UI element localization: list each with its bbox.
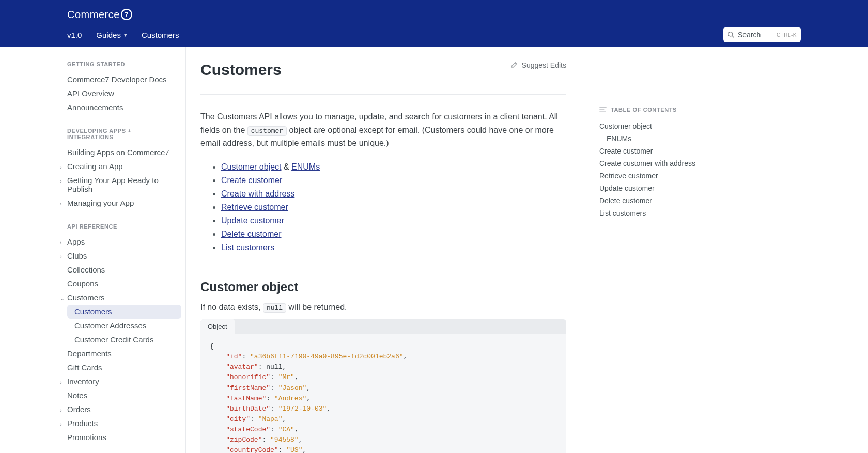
toc-link[interactable]: Customer object xyxy=(599,120,709,132)
svg-point-0 xyxy=(729,32,733,36)
chevron-right-icon: › xyxy=(60,253,62,260)
toc-link[interactable]: Create customer with address xyxy=(599,157,709,170)
sidebar-item[interactable]: Collections xyxy=(0,263,185,277)
sidebar-item[interactable]: Notes xyxy=(0,388,185,402)
page-title: Customers xyxy=(200,61,282,79)
toc-link[interactable]: Update customer xyxy=(599,182,709,194)
sidebar-item[interactable]: ⌄Customers xyxy=(0,291,185,305)
quick-link[interactable]: ENUMs xyxy=(291,162,320,171)
svg-rect-3 xyxy=(599,109,605,110)
toc-link[interactable]: Create customer xyxy=(599,145,709,157)
code-content: { "id": "a36b6ff1-7190-49a0-895e-fd2c001… xyxy=(200,334,566,453)
sidebar-item[interactable]: ›Products xyxy=(0,416,185,430)
chevron-down-icon: ⌄ xyxy=(60,295,65,302)
sidebar-item-label: Inventory xyxy=(67,377,99,386)
sidebar-item-label: Announcements xyxy=(67,103,123,112)
inline-code-customer: customer xyxy=(247,126,287,136)
toc-link[interactable]: Delete customer xyxy=(599,194,709,207)
sidebar-item[interactable]: ›Apps xyxy=(0,235,185,249)
chevron-right-icon: › xyxy=(60,407,62,413)
sidebar-item[interactable]: ›Managing your App xyxy=(0,196,185,210)
sidebar-item[interactable]: Coupons xyxy=(0,277,185,291)
divider xyxy=(200,267,566,267)
quick-link[interactable]: Create with address xyxy=(221,189,295,198)
quick-link[interactable]: Retrieve customer xyxy=(221,203,288,212)
header: Commerce7 v1.0 Guides▾ Customers Search … xyxy=(0,0,868,47)
quick-link[interactable]: Delete customer xyxy=(221,230,282,238)
logo-seven-icon: 7 xyxy=(121,9,132,20)
sidebar-sub-item[interactable]: Customers xyxy=(67,305,181,319)
sidebar-item-label: Promotions xyxy=(67,433,106,442)
quick-link[interactable]: List customers xyxy=(221,243,274,252)
toc-link[interactable]: ENUMs xyxy=(599,132,709,145)
quick-link[interactable]: Create customer xyxy=(221,176,282,185)
sidebar-item[interactable]: Departments xyxy=(0,346,185,360)
quick-link[interactable]: Update customer xyxy=(221,216,284,225)
sidebar-item[interactable]: ›Creating an App xyxy=(0,159,185,173)
sidebar-item[interactable]: Announcements xyxy=(0,100,185,114)
sidebar-item-label: Building Apps on Commerce7 xyxy=(67,148,169,157)
quick-link-item: Create customer xyxy=(221,174,566,187)
sidebar-item-label: Notes xyxy=(67,391,87,400)
toc-header: TABLE OF CONTENTS xyxy=(599,107,709,113)
nav-customers[interactable]: Customers xyxy=(142,31,179,39)
sidebar-item[interactable]: Commerce7 Developer Docs xyxy=(0,72,185,86)
sidebar: GETTING STARTEDCommerce7 Developer DocsA… xyxy=(0,47,186,453)
code-block: Object { "id": "a36b6ff1-7190-49a0-895e-… xyxy=(200,319,566,453)
sidebar-item[interactable]: API Overview xyxy=(0,86,185,100)
sidebar-item-label: Departments xyxy=(67,349,112,358)
toc-link[interactable]: Retrieve customer xyxy=(599,170,709,182)
intro-paragraph: The Customers API allows you to manage, … xyxy=(200,110,566,150)
chevron-right-icon: › xyxy=(60,164,62,170)
sidebar-item-label: API Overview xyxy=(67,89,114,98)
quick-link-item: Customer object & ENUMs xyxy=(221,160,566,174)
quick-link-item: Update customer xyxy=(221,214,566,228)
chevron-right-icon: › xyxy=(60,201,62,207)
search-input[interactable]: Search CTRL-K xyxy=(723,27,801,42)
sidebar-item-label: Apps xyxy=(67,237,85,246)
sidebar-item[interactable]: ›Clubs xyxy=(0,249,185,263)
sidebar-sub-item[interactable]: Customer Addresses xyxy=(0,319,185,333)
sidebar-item[interactable]: ›Getting Your App Ready to Publish xyxy=(0,173,185,196)
quick-link-item: List customers xyxy=(221,241,566,254)
sidebar-item-label: Products xyxy=(67,419,98,428)
suggest-edits-button[interactable]: Suggest Edits xyxy=(510,61,566,69)
sidebar-section-title: DEVELOPING APPS + INTEGRATIONS xyxy=(0,128,185,140)
sidebar-section-title: API REFERENCE xyxy=(0,223,185,230)
toc-icon xyxy=(599,107,607,112)
null-note: If no data exists, null will be returned… xyxy=(200,303,566,312)
chevron-right-icon: › xyxy=(60,239,62,246)
svg-line-1 xyxy=(732,36,734,38)
sidebar-item-label: Orders xyxy=(67,405,91,414)
sidebar-item[interactable]: Promotions xyxy=(0,430,185,444)
logo[interactable]: Commerce7 xyxy=(67,9,132,21)
sidebar-item[interactable]: ›Orders xyxy=(0,402,185,416)
search-shortcut: CTRL-K xyxy=(777,32,797,38)
sidebar-item[interactable]: ›Inventory xyxy=(0,374,185,388)
toc-link[interactable]: List customers xyxy=(599,207,709,219)
nav-version[interactable]: v1.0 xyxy=(67,31,82,39)
search-placeholder: Search xyxy=(738,31,761,39)
sidebar-item-label: Collections xyxy=(67,265,105,274)
code-tab-object[interactable]: Object xyxy=(200,319,235,334)
sidebar-section-title: GETTING STARTED xyxy=(0,61,185,67)
svg-rect-4 xyxy=(599,111,606,112)
quick-links-list: Customer object & ENUMsCreate customerCr… xyxy=(200,160,566,254)
nav-guides[interactable]: Guides▾ xyxy=(96,31,127,39)
quick-link[interactable]: Customer object xyxy=(221,162,282,171)
svg-rect-2 xyxy=(599,107,606,108)
top-nav: v1.0 Guides▾ Customers xyxy=(67,31,179,39)
quick-link-item: Create with address xyxy=(221,187,566,201)
sidebar-item-label: Customers xyxy=(67,293,105,302)
right-toc: TABLE OF CONTENTS Customer objectENUMsCr… xyxy=(579,61,723,453)
sidebar-sub-item[interactable]: Customer Credit Cards xyxy=(0,333,185,346)
sidebar-item[interactable]: Gift Cards xyxy=(0,360,185,374)
chevron-down-icon: ▾ xyxy=(124,32,127,38)
sidebar-item-label: Gift Cards xyxy=(67,363,102,372)
sidebar-item-label: Clubs xyxy=(67,251,87,260)
logo-text: Commerce xyxy=(67,9,120,21)
quick-link-item: Retrieve customer xyxy=(221,201,566,214)
sidebar-item-label: Getting Your App Ready to Publish xyxy=(67,176,159,193)
search-icon xyxy=(727,31,735,38)
sidebar-item[interactable]: Building Apps on Commerce7 xyxy=(0,145,185,159)
